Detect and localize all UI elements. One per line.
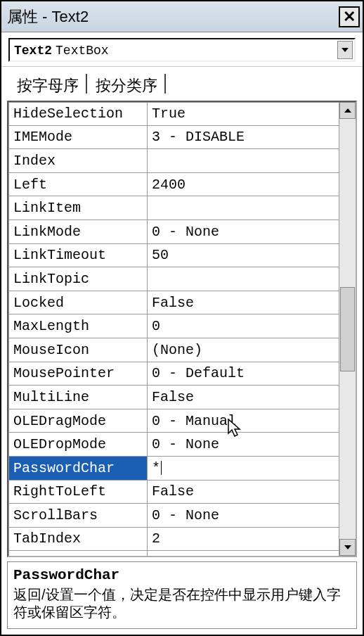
property-value-cell[interactable]: 2 [148,528,339,551]
property-value-cell[interactable]: False [148,481,339,504]
property-value-cell[interactable]: * [148,457,339,480]
property-row[interactable]: RightToLeftFalse [8,481,339,504]
property-row[interactable]: MouseIcon(None) [8,338,339,362]
scroll-up-button[interactable] [339,102,356,119]
dropdown-arrow-icon[interactable] [337,41,353,59]
property-row[interactable]: Index [8,149,339,173]
property-value-cell[interactable]: 2400 [148,173,339,196]
property-row[interactable]: LinkItem [8,196,339,220]
scroll-track[interactable] [339,119,356,539]
property-value-cell[interactable] [148,149,339,172]
property-name-cell[interactable]: LinkMode [8,220,148,243]
property-name-cell[interactable]: TabIndex [8,528,148,551]
property-name-cell[interactable]: MouseIcon [8,338,148,362]
property-row[interactable]: MaxLength0 [8,314,339,338]
tab-categorized[interactable]: 按分类序 [93,74,160,98]
property-value-cell[interactable]: False [148,291,339,314]
svg-marker-0 [342,48,349,52]
property-value-cell[interactable]: False [148,386,339,409]
property-row[interactable]: MousePointer0 - Default [8,362,339,386]
property-value-cell[interactable]: 0 - None [148,220,339,243]
property-name-cell[interactable]: OLEDragMode [8,409,148,433]
text-caret [161,461,162,475]
property-grid-wrap: HideSelectionTrueIMEMode3 - DISABLEIndex… [7,101,357,557]
tab-alphabetic[interactable]: 按字母序 [14,74,82,98]
property-value-cell[interactable]: 50 [148,244,339,267]
property-value-cell[interactable]: 0 - None [148,433,339,456]
object-selector-dropdown[interactable]: Text2 TextBox [8,38,356,62]
property-row[interactable]: LinkTopic [8,267,339,291]
property-row[interactable]: IMEMode3 - DISABLE [8,126,339,150]
property-value-cell[interactable]: 3 - DISABLE [148,126,339,149]
titlebar: 属性 - Text2 ✕ [1,1,363,32]
property-row[interactable]: TabStopTrue [8,551,339,555]
property-value-cell[interactable]: 0 [148,314,339,338]
property-name-cell[interactable]: Locked [8,291,148,314]
property-name-cell[interactable]: RightToLeft [8,481,148,504]
property-row[interactable]: ScrollBars0 - None [8,504,339,528]
property-value-cell[interactable]: True [148,551,339,555]
property-row[interactable]: Left2400 [8,173,339,197]
property-name-cell[interactable]: TabStop [8,551,148,555]
property-row[interactable]: LockedFalse [8,291,339,315]
property-name-cell[interactable]: Left [8,173,148,196]
tab-separator [164,74,166,94]
property-row[interactable]: OLEDragMode0 - Manual [8,409,339,433]
property-value-cell[interactable]: 0 - Manual [148,409,339,433]
scroll-thumb[interactable] [340,287,355,371]
property-name-cell[interactable]: IMEMode [8,126,148,149]
description-text: 返回/设置一个值，决定是否在控件中显示用户键入字符或保留区字符。 [13,586,351,621]
description-title: PasswordChar [13,566,351,585]
property-value-cell[interactable]: True [148,103,339,125]
property-name-cell[interactable]: LinkTopic [8,267,148,291]
object-selector-text: Text2 TextBox [14,43,109,58]
property-value-cell[interactable]: 0 - None [148,504,339,527]
property-row[interactable]: OLEDropMode0 - None [8,433,339,457]
svg-marker-3 [344,545,351,549]
property-value-cell[interactable]: (None) [148,338,339,362]
close-button[interactable]: ✕ [339,6,360,27]
property-name-cell[interactable]: MaxLength [8,314,148,338]
property-row[interactable]: LinkTimeout50 [8,244,339,268]
property-name-cell[interactable]: MousePointer [8,362,148,386]
sort-tabs: 按字母序 按分类序 [1,67,363,98]
property-name-cell[interactable]: Index [8,149,148,172]
property-name-cell[interactable]: ScrollBars [8,504,148,527]
property-value-cell[interactable] [148,196,339,220]
property-name-cell[interactable]: LinkTimeout [8,244,148,267]
property-name-cell[interactable]: LinkItem [8,196,148,220]
property-name-cell[interactable]: MultiLine [8,386,148,409]
property-row[interactable]: LinkMode0 - None [8,220,339,244]
object-selector-row: Text2 TextBox [1,32,363,67]
property-row[interactable]: PasswordChar* [8,457,339,481]
property-name-cell[interactable]: PasswordChar [8,457,148,480]
window-title: 属性 - Text2 [7,6,89,27]
close-icon: ✕ [343,9,356,25]
property-row[interactable]: MultiLineFalse [8,386,339,409]
property-row[interactable]: TabIndex2 [8,528,339,552]
property-value-cell[interactable] [148,267,339,291]
vertical-scrollbar[interactable] [339,102,356,556]
scroll-down-button[interactable] [339,539,356,556]
property-value-cell[interactable]: 0 - Default [148,362,339,386]
property-name-cell[interactable]: OLEDropMode [8,433,148,456]
tab-separator [86,74,87,94]
description-panel: PasswordChar 返回/设置一个值，决定是否在控件中显示用户键入字符或保… [7,561,357,629]
property-grid[interactable]: HideSelectionTrueIMEMode3 - DISABLEIndex… [8,102,339,556]
property-name-cell[interactable]: HideSelection [8,103,148,125]
properties-window: 属性 - Text2 ✕ Text2 TextBox 按字母序 按分类序 Hid… [1,1,363,635]
svg-marker-2 [344,108,351,113]
property-row[interactable]: HideSelectionTrue [8,102,339,126]
